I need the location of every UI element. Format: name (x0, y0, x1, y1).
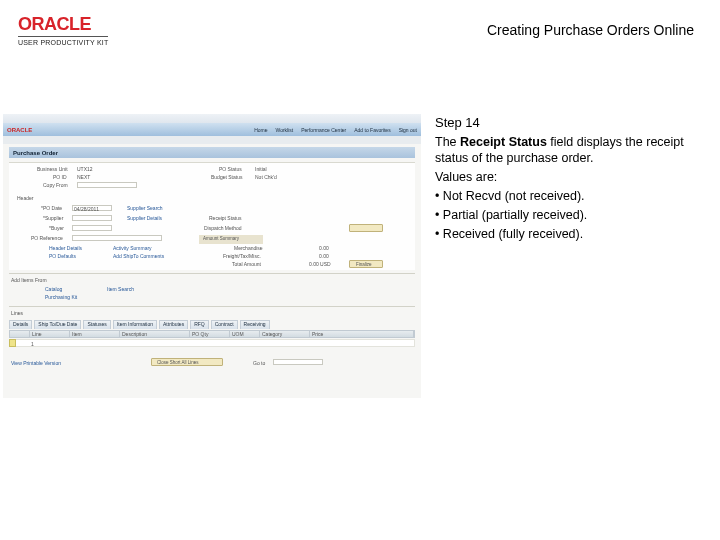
shot-tab-attributes: Attributes (159, 320, 188, 329)
shot-tab-rfq: RFQ (190, 320, 209, 329)
shot-lbl-finalize: Finalize (356, 262, 372, 267)
shot-lbl-po-reference: PO Reference (31, 235, 63, 241)
shot-tab-iteminfo: Item Information (113, 320, 157, 329)
instruction-bullet-1: • Not Recvd (not received). (435, 188, 687, 205)
shot-tab-contract: Contract (211, 320, 238, 329)
shot-nav-signout: Sign out (399, 127, 417, 133)
shot-link-view-printable: View Printable Version (11, 360, 61, 366)
shot-lbl-po-id: PO ID (53, 174, 67, 180)
shot-lbl-copy-from: Copy From (43, 182, 68, 188)
instruction-line-1: The Receipt Status field displays the re… (435, 134, 687, 168)
shot-val-po-date: 04/28/2011 (74, 206, 99, 212)
shot-col-uom: UOM (230, 331, 260, 337)
shot-tab-shipto: Ship To/Due Date (34, 320, 81, 329)
shot-lbl-close-short: Close Short All Lines (157, 360, 199, 365)
shot-grid-row (9, 339, 415, 347)
shot-val-po-id: NEXT (77, 174, 90, 180)
shot-lbl-goto: Go to (253, 360, 265, 366)
shot-val-po-status: Initial (255, 166, 267, 172)
shot-nav-worklist: Worklist (276, 127, 294, 133)
shot-tab-details: Details (9, 320, 32, 329)
instr-line1-bold: Receipt Status (460, 135, 547, 149)
page-header: ORACLE USER PRODUCTIVITY KIT Creating Pu… (0, 0, 720, 52)
shot-col-desc: Description (120, 331, 190, 337)
shot-lbl-freight: Freight/Tax/Misc. (223, 253, 261, 259)
shot-val-total: 0.00 USD (309, 261, 331, 267)
shot-lbl-lines: Lines (11, 310, 23, 316)
oracle-logo-text: ORACLE (18, 14, 108, 35)
shot-tab-receiving: Receiving (240, 320, 270, 329)
document-title: Creating Purchase Orders Online (487, 14, 694, 38)
shot-lbl-po-date: *PO Date (41, 205, 62, 211)
shot-lbl-business-unit: Business Unit (37, 166, 68, 172)
instruction-bullet-2: • Partial (partially received). (435, 207, 687, 224)
instr-line1-pre: The (435, 135, 460, 149)
shot-col-item: Item (70, 331, 120, 337)
shot-link-add-shipto: Add ShipTo Comments (113, 253, 164, 259)
shot-tab-statuses: Statuses (83, 320, 110, 329)
shot-section-title: Purchase Order (9, 147, 415, 158)
shot-lbl-header-expand: Header (17, 195, 33, 201)
shot-lbl-budget-status: Budget Status (211, 174, 242, 180)
app-screenshot-thumbnail: ORACLE Home Worklist Performance Center … (3, 114, 421, 398)
shot-btn-dispatch (349, 224, 383, 232)
shot-grid-header: Line Item Description PO Qty UOM Categor… (9, 330, 415, 338)
shot-link-supplier-details: Supplier Details (127, 215, 162, 221)
shot-link-activity-summary: Activity Summary (113, 245, 152, 251)
shot-val-business-unit: UTX12 (77, 166, 93, 172)
shot-nav-perf: Performance Center (301, 127, 346, 133)
shot-lbl-add-items-from: Add Items From (11, 277, 47, 283)
shot-nav-home: Home (254, 127, 267, 133)
shot-col-line: Line (30, 331, 70, 337)
shot-lbl-dispatch-method: Dispatch Method (204, 225, 242, 231)
shot-link-purchasing-kit: Purchasing Kit (45, 294, 77, 300)
shot-col-cat: Category (260, 331, 310, 337)
shot-lbl-merchandise: Merchandise (234, 245, 263, 251)
content-row: ORACLE Home Worklist Performance Center … (0, 114, 720, 398)
shot-navbar: ORACLE Home Worklist Performance Center … (3, 123, 421, 136)
shot-row-line-num: 1 (31, 341, 34, 347)
shot-lbl-total-amount: Total Amount (232, 261, 261, 267)
shot-nav-fav: Add to Favorites (354, 127, 390, 133)
shot-row-highlight-icon (9, 339, 16, 347)
step-heading: Step 14 (435, 114, 687, 132)
shot-lbl-amount-summary: Amount Summary (203, 236, 239, 241)
instruction-panel: Step 14 The Receipt Status field display… (421, 114, 711, 245)
instruction-line-2: Values are: (435, 169, 687, 186)
shot-lines-tabs: Details Ship To/Due Date Statuses Item I… (9, 320, 415, 329)
shot-lbl-receipt-status: Receipt Status (209, 215, 242, 221)
shot-val-merchandise: 0.00 (319, 245, 329, 251)
shot-col-price: Price (310, 331, 414, 337)
shot-oracle-logo: ORACLE (7, 127, 32, 133)
shot-link-catalog: Catalog (45, 286, 62, 292)
instruction-bullet-3: • Received (fully received). (435, 226, 687, 243)
shot-lbl-po-status: PO Status (219, 166, 242, 172)
shot-val-freight: 0.00 (319, 253, 329, 259)
shot-link-item-search: Item Search (107, 286, 134, 292)
shot-link-po-defaults: PO Defaults (49, 253, 76, 259)
shot-col-qty: PO Qty (190, 331, 230, 337)
oracle-logo-subtext: USER PRODUCTIVITY KIT (18, 36, 108, 46)
shot-val-budget-status: Not Chk'd (255, 174, 277, 180)
shot-lbl-buyer: *Buyer (49, 225, 64, 231)
oracle-upk-logo: ORACLE USER PRODUCTIVITY KIT (18, 14, 108, 46)
shot-link-header-details: Header Details (49, 245, 82, 251)
shot-lbl-supplier: *Supplier (43, 215, 63, 221)
shot-link-supplier-search: Supplier Search (127, 205, 163, 211)
